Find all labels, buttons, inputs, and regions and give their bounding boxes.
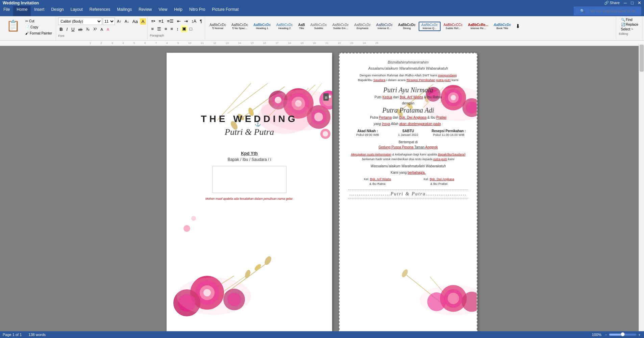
- format-painter-button[interactable]: 🖌 Format Painter: [24, 30, 54, 36]
- style-intense-re[interactable]: AaBbCcRe... Intense Re...: [466, 22, 491, 31]
- menu-mailings[interactable]: Mailings: [114, 6, 135, 16]
- styles-expand-button[interactable]: ⬇: [514, 22, 521, 30]
- menu-view[interactable]: View: [155, 6, 171, 16]
- align-right-button[interactable]: ≡: [163, 25, 169, 32]
- scrollbar-thumb[interactable]: [640, 45, 644, 72]
- search-input[interactable]: [590, 9, 638, 13]
- multilevel-button[interactable]: ≡☰: [166, 18, 175, 25]
- zoom-thumb[interactable]: [621, 332, 625, 336]
- menu-nitro[interactable]: Nitro Pro: [186, 6, 208, 16]
- style-subtle-ref[interactable]: AaBbCcCCc Subtle Ref...: [441, 22, 465, 31]
- zoom-slider[interactable]: [609, 334, 636, 336]
- style-title[interactable]: AaB Title: [296, 22, 307, 31]
- event-grid: Akad Nikah : Pukul 09:00 WIB SABTU 1 Jan…: [348, 129, 468, 137]
- replace-button[interactable]: 🔄 Replace: [619, 22, 640, 27]
- menu-review[interactable]: Review: [135, 6, 155, 16]
- share-button[interactable]: 🔗 Share: [604, 1, 620, 5]
- menu-picture[interactable]: Picture Format: [208, 6, 242, 16]
- align-left-button[interactable]: ≡: [150, 25, 155, 32]
- svg-point-42: [177, 277, 251, 315]
- copy-button[interactable]: 📄 Copy: [24, 24, 54, 30]
- style-book-title[interactable]: AaBbCcDc Book Title: [491, 22, 514, 31]
- date-title: SABTU: [389, 129, 428, 133]
- resepsi-time: Pukul 11.00-16.00 WIB: [429, 133, 468, 137]
- menu-layout[interactable]: Layout: [67, 6, 86, 16]
- find-button[interactable]: 🔍 Find: [619, 18, 640, 22]
- clear-format-button[interactable]: Aa: [131, 18, 139, 25]
- show-marks-button[interactable]: ¶: [198, 18, 203, 25]
- menu-file[interactable]: File: [0, 6, 13, 16]
- style-normal[interactable]: AaBbCcDc ¶ Normal: [207, 22, 228, 31]
- close-button[interactable]: ✕: [638, 0, 641, 5]
- sort-button[interactable]: ↕A: [190, 18, 198, 25]
- underline-button[interactable]: U: [70, 26, 76, 33]
- minimize-button[interactable]: ─: [624, 0, 627, 5]
- bride-parents: Putri Kedua dari Bpk. Arif Wiarta & Ibu …: [348, 95, 468, 99]
- font-color-button[interactable]: A: [105, 26, 110, 32]
- family2-line1: Kel. Bpk. Dwi Angkasa: [410, 177, 468, 182]
- decrease-indent-button[interactable]: ⇤: [176, 18, 182, 25]
- font-size-select[interactable]: 11: [103, 18, 115, 25]
- yang-insya: yang Insya Allah akan diselenggarakan pa…: [348, 122, 468, 126]
- shading-button[interactable]: ▣: [181, 25, 188, 32]
- border-button[interactable]: □: [188, 25, 194, 32]
- name-input-box[interactable]: [212, 166, 287, 193]
- menu-help[interactable]: Help: [171, 6, 186, 16]
- cut-icon: ✂: [25, 19, 28, 23]
- strikethrough-button[interactable]: ab: [77, 26, 84, 32]
- svg-point-38: [173, 289, 200, 316]
- maximize-button[interactable]: □: [631, 0, 634, 5]
- text-effect-button[interactable]: A: [99, 26, 104, 32]
- vertical-scrollbar[interactable]: [639, 44, 644, 331]
- style-heading2[interactable]: AaBbCcDc Heading 2: [274, 22, 295, 31]
- justify-button[interactable]: ≡: [169, 25, 175, 32]
- grow-font-button[interactable]: A↑: [116, 18, 123, 24]
- style-intense-e[interactable]: AaBbCcDc Intense E...: [374, 22, 395, 31]
- align-center-button[interactable]: ☰: [156, 25, 163, 32]
- family2-col: Kel. Bpk. Dwi Angkasa & Ibu Pratiwi: [410, 177, 468, 186]
- style-strong[interactable]: AaBbCcDc Strong: [396, 22, 418, 31]
- menu-design[interactable]: Design: [48, 6, 67, 16]
- superscript-button[interactable]: X²: [92, 26, 98, 32]
- style-emphasis[interactable]: AaBbCcDc Emphasis: [352, 22, 373, 31]
- italic-button[interactable]: I: [65, 26, 69, 33]
- bertempat-text: Bertempat di: [348, 140, 468, 144]
- family1-line2: & Ibu Ratna: [348, 182, 407, 187]
- zoom-bar[interactable]: － ＋: [604, 332, 641, 337]
- subscript-button[interactable]: X₂: [85, 26, 91, 32]
- svg-point-35: [195, 281, 219, 305]
- akad-time: Pukul 09:00 WIB: [348, 133, 387, 137]
- style-subtitle[interactable]: AaBbCcDc Subtitle: [308, 22, 329, 31]
- date-col: SABTU 1 Januari 2022: [389, 129, 428, 137]
- increase-indent-button[interactable]: ⇥: [183, 18, 189, 25]
- akad-col: Akad Nikah : Pukul 09:00 WIB: [348, 129, 387, 137]
- numbering-button[interactable]: ≡1: [157, 18, 165, 25]
- style-intense-q[interactable]: AaBbCcDc Intense Q...: [419, 22, 441, 31]
- dengan-text: Dengan memohon Rahmat dan Ridho Allah SW…: [348, 73, 468, 83]
- paste-button[interactable]: 📋: [3, 18, 23, 34]
- resepsi-title: Resepsi Pernikahan :: [429, 129, 468, 133]
- cut-button[interactable]: ✂ Cut: [24, 18, 54, 24]
- wassalamu-text: Wassalamu'alaikum Warahmatullahi Wabarak…: [348, 164, 468, 168]
- style-nospace[interactable]: AaBbCcDc ¶ No Spac...: [229, 22, 250, 31]
- menu-references[interactable]: References: [86, 6, 114, 16]
- paragraph-group: ≡• ≡1 ≡☰ ⇤ ⇥ ↕A ¶ ≡ ☰ ≡ ≡ ↕ ▣ □ Paragrap…: [148, 17, 205, 40]
- style-subtle-em[interactable]: AaBbCcDc Subtle Em...: [330, 22, 351, 31]
- bullets-button[interactable]: ≡•: [150, 18, 156, 25]
- line-spacing-button[interactable]: ↕: [175, 25, 180, 32]
- menu-home[interactable]: Home: [13, 6, 31, 16]
- style-heading1[interactable]: AaBbCcDc Heading 1: [251, 22, 273, 31]
- family2-line2: & Ibu Pratiwi: [410, 182, 468, 187]
- zoom-in-button[interactable]: ＋: [638, 332, 641, 337]
- menu-insert[interactable]: Insert: [31, 6, 48, 16]
- search-bar[interactable]: 🔍: [574, 6, 641, 16]
- svg-line-28: [217, 262, 268, 299]
- assalamu-text: Assalamu'alaikum Warahmatullahi Wabaraka…: [348, 66, 468, 70]
- bold-button[interactable]: B: [58, 26, 64, 33]
- shrink-font-button[interactable]: A↓: [123, 18, 130, 24]
- select-button[interactable]: Select ~: [619, 27, 640, 31]
- bride-name: Putri Ayu Nirmala: [348, 86, 468, 94]
- font-face-select[interactable]: Calibri (Body): [58, 18, 102, 25]
- highlight-button[interactable]: A: [140, 18, 146, 25]
- zoom-out-button[interactable]: －: [604, 332, 608, 337]
